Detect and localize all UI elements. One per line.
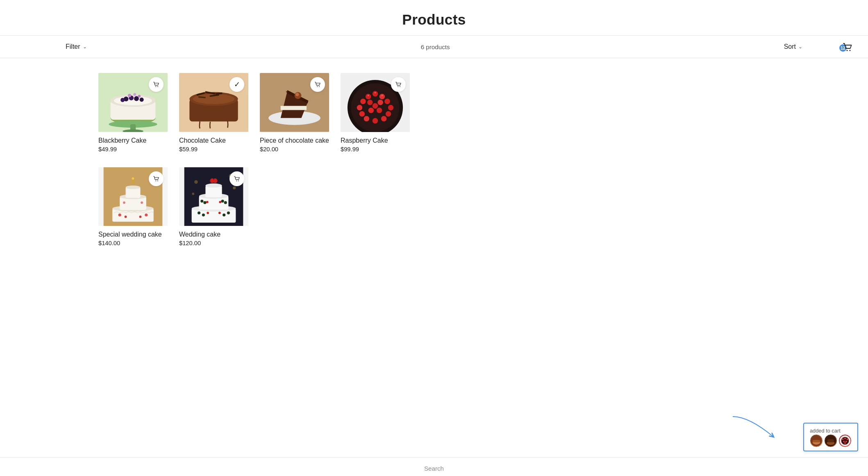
svg-point-49 — [359, 111, 365, 117]
filter-label: Filter — [66, 43, 80, 50]
product-image-chocolate-cake: ✓ — [179, 73, 248, 132]
product-name-special-wedding-cake: Special wedding cake — [98, 231, 168, 238]
svg-point-45 — [360, 99, 366, 105]
add-to-cart-button-chocolate-cake[interactable]: ✓ — [229, 77, 244, 92]
add-to-cart-button-special-wedding-cake[interactable] — [149, 171, 164, 186]
svg-point-107 — [236, 180, 237, 181]
svg-point-99 — [206, 201, 209, 203]
svg-point-77 — [123, 201, 125, 204]
svg-point-60 — [382, 95, 383, 96]
cart-icon — [842, 41, 853, 53]
product-price-chocolate-cake: $59.99 — [179, 146, 248, 153]
svg-point-12 — [128, 94, 131, 97]
products-count: 6 products — [421, 43, 450, 50]
svg-point-90 — [217, 180, 218, 181]
svg-point-36 — [295, 93, 299, 96]
product-price-piece-chocolate-cake: $20.00 — [260, 146, 329, 153]
product-image-wedding-cake — [179, 167, 248, 226]
svg-point-100 — [219, 201, 221, 203]
svg-point-70 — [126, 185, 141, 189]
svg-point-13 — [133, 93, 136, 96]
product-name-piece-chocolate-cake: Piece of chocolate cake — [260, 137, 329, 144]
svg-point-51 — [364, 116, 370, 122]
svg-point-89 — [213, 179, 214, 180]
svg-point-92 — [203, 201, 206, 204]
svg-point-91 — [200, 200, 203, 203]
svg-point-96 — [202, 213, 205, 216]
svg-point-10 — [120, 98, 125, 102]
product-price-blackberry-cake: $49.99 — [98, 146, 168, 153]
product-name-chocolate-cake: Chocolate Cake — [179, 137, 248, 144]
product-name-wedding-cake: Wedding cake — [179, 231, 248, 238]
sort-label: Sort — [784, 43, 796, 50]
svg-point-79 — [155, 180, 156, 181]
product-image-special-wedding-cake — [98, 167, 168, 226]
svg-point-78 — [141, 201, 143, 204]
svg-point-93 — [221, 200, 224, 203]
product-card-chocolate-cake[interactable]: ✓Chocolate Cake$59.99 — [179, 73, 248, 153]
products-section: Blackberry Cake$49.99 ✓Chocolate Cake$59… — [0, 58, 868, 271]
svg-point-106 — [192, 192, 194, 195]
product-name-blackberry-cake: Blackberry Cake — [98, 137, 168, 144]
svg-point-14 — [138, 95, 141, 98]
svg-point-53 — [381, 116, 387, 122]
svg-point-46 — [384, 99, 390, 105]
product-card-piece-chocolate-cake[interactable]: Piece of chocolate cake$20.00 — [260, 73, 329, 153]
products-grid: Blackberry Cake$49.99 ✓Chocolate Cake$59… — [33, 58, 475, 271]
filter-chevron-icon: ⌄ — [83, 44, 87, 50]
svg-point-97 — [227, 211, 230, 214]
svg-point-72 — [132, 177, 134, 180]
cart-icon — [233, 175, 241, 182]
svg-point-38 — [319, 86, 320, 87]
svg-point-54 — [367, 100, 373, 105]
page-header: Products — [0, 0, 868, 36]
svg-point-18 — [155, 86, 156, 87]
svg-point-61 — [368, 95, 369, 96]
add-to-cart-button-raspberry-cake[interactable] — [391, 77, 406, 92]
svg-point-87 — [205, 183, 222, 187]
svg-point-58 — [377, 107, 382, 113]
svg-point-101 — [207, 212, 209, 214]
svg-point-63 — [400, 86, 400, 87]
svg-point-75 — [145, 213, 148, 216]
product-price-raspberry-cake: $99.99 — [341, 146, 410, 153]
svg-point-74 — [125, 215, 127, 218]
product-card-special-wedding-cake[interactable]: Special wedding cake$140.00 — [98, 167, 168, 247]
svg-point-37 — [317, 86, 318, 87]
product-card-raspberry-cake[interactable]: Raspberry Cake$99.99 — [341, 73, 410, 153]
sort-button[interactable]: Sort ⌄ — [784, 43, 802, 50]
product-image-blackberry-cake — [98, 73, 168, 132]
svg-point-94 — [224, 201, 227, 204]
svg-point-80 — [157, 180, 158, 181]
add-to-cart-button-wedding-cake[interactable] — [229, 171, 244, 186]
toolbar: Filter ⌄ 6 products Sort ⌄ — [0, 36, 868, 58]
svg-point-98 — [223, 213, 225, 216]
product-card-wedding-cake[interactable]: Wedding cake$120.00 — [179, 167, 248, 247]
svg-point-104 — [194, 180, 198, 184]
svg-point-108 — [238, 180, 239, 181]
product-name-raspberry-cake: Raspberry Cake — [341, 137, 410, 144]
svg-point-95 — [198, 211, 200, 214]
cart-icon — [152, 81, 160, 88]
svg-point-76 — [139, 215, 142, 218]
filter-button[interactable]: Filter ⌄ — [66, 43, 87, 50]
cart-icon — [152, 175, 160, 182]
add-to-cart-button-piece-chocolate-cake[interactable] — [310, 77, 325, 92]
svg-point-88 — [209, 180, 211, 181]
svg-point-56 — [373, 103, 378, 109]
cart-button[interactable] — [842, 41, 853, 55]
add-to-cart-button-blackberry-cake[interactable] — [149, 77, 164, 92]
svg-point-52 — [373, 118, 378, 124]
svg-point-55 — [377, 100, 383, 105]
svg-point-48 — [388, 105, 394, 111]
svg-rect-33 — [281, 106, 307, 110]
svg-point-44 — [366, 94, 371, 100]
svg-point-42 — [373, 91, 378, 97]
svg-point-0 — [847, 50, 848, 51]
product-image-piece-chocolate-cake — [260, 73, 329, 132]
svg-point-73 — [118, 213, 121, 216]
product-price-wedding-cake: $120.00 — [179, 240, 248, 246]
svg-point-62 — [398, 86, 398, 87]
svg-point-57 — [368, 107, 374, 113]
product-card-blackberry-cake[interactable]: Blackberry Cake$49.99 — [98, 73, 168, 153]
